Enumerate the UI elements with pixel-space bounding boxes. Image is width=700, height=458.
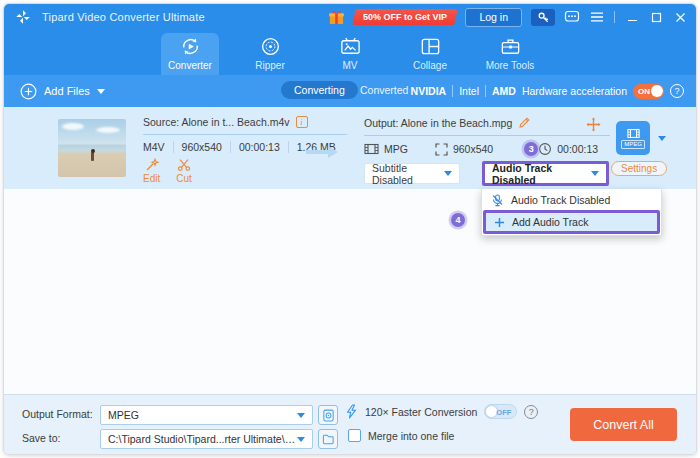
output-format-select[interactable]: MPEG xyxy=(100,405,313,425)
subtitle-dropdown-value: Subtitle Disabled xyxy=(372,162,444,186)
tab-ripper-label: Ripper xyxy=(255,60,284,71)
tab-more-tools-label: More Tools xyxy=(486,60,535,71)
intel-label: Intel xyxy=(459,85,479,97)
subtitle-dropdown[interactable]: Subtitle Disabled xyxy=(364,163,460,184)
source-resolution: 960x540 xyxy=(182,141,231,153)
converting-tab[interactable]: Converting xyxy=(281,81,358,99)
mic-muted-icon xyxy=(491,194,504,207)
register-key-button[interactable] xyxy=(531,9,555,26)
help-icon[interactable]: ? xyxy=(670,84,684,98)
output-title: Output: Alone in the Beach.mpg xyxy=(364,117,512,129)
tab-collage-label: Collage xyxy=(413,60,447,71)
arrow-right-icon xyxy=(304,145,340,159)
maximize-icon[interactable] xyxy=(651,12,662,23)
chevron-down-icon xyxy=(97,89,105,94)
output-format-label: Output Format: xyxy=(22,408,93,420)
convert-all-button[interactable]: Convert All xyxy=(570,408,677,441)
login-button[interactable]: Log in xyxy=(465,8,522,27)
source-title: Source: Alone in t... Beach.m4v xyxy=(143,116,290,128)
chevron-down-icon xyxy=(297,413,305,418)
info-icon[interactable]: i xyxy=(296,116,308,128)
media-file-row[interactable]: Source: Alone in t... Beach.m4v i M4V 96… xyxy=(4,107,696,189)
faster-conversion-label: 120× Faster Conversion xyxy=(365,406,477,418)
plus-icon xyxy=(494,217,505,228)
chevron-down-icon xyxy=(444,171,452,176)
source-duration: 00:00:13 xyxy=(239,141,289,153)
faster-conversion-toggle[interactable]: OFF xyxy=(484,404,517,419)
rename-pencil-icon[interactable] xyxy=(518,116,531,129)
more-tools-icon xyxy=(499,35,522,58)
output-meta: MPG 960x540 3 00:00:13 xyxy=(364,142,614,156)
plus-circle-icon xyxy=(20,83,37,100)
video-thumbnail xyxy=(58,119,126,177)
chevron-down-icon xyxy=(297,437,305,442)
profile-format-label: MPEG xyxy=(621,140,645,149)
bottom-bar: Output Format: MPEG 120× Faster Conversi… xyxy=(4,394,696,454)
output-profile-button[interactable]: MPEG xyxy=(616,121,650,155)
magic-wand-icon xyxy=(145,158,159,172)
collage-icon xyxy=(419,35,442,58)
help-icon[interactable]: ? xyxy=(524,405,538,419)
settings-button[interactable]: Settings xyxy=(611,161,667,176)
cut-button[interactable]: Cut xyxy=(176,158,192,184)
source-format: M4V xyxy=(143,141,174,153)
chevron-down-icon[interactable] xyxy=(658,136,666,141)
output-selects: Subtitle Disabled Audio Track Disabled xyxy=(364,163,614,189)
hardware-acceleration-label: Hardware acceleration xyxy=(522,85,627,97)
close-icon[interactable] xyxy=(675,12,686,23)
tab-converter-label: Converter xyxy=(168,60,212,71)
converter-icon xyxy=(179,35,202,58)
add-files-label: Add Files xyxy=(44,85,90,97)
output-format: MPG xyxy=(384,143,408,155)
file-gear-icon xyxy=(322,409,335,422)
output-duration[interactable]: 00:00:13 xyxy=(557,143,598,155)
tab-mv[interactable]: MV xyxy=(321,33,379,75)
audio-track-dropdown[interactable]: Audio Track Disabled xyxy=(482,161,609,186)
menu-item-label: Audio Track Disabled xyxy=(511,194,610,206)
window-controls xyxy=(627,12,686,23)
add-files-button[interactable]: Add Files xyxy=(20,75,105,107)
film-strip-icon xyxy=(627,128,640,139)
tab-more-tools[interactable]: More Tools xyxy=(481,33,539,75)
merge-label: Merge into one file xyxy=(368,430,454,442)
open-folder-button[interactable] xyxy=(318,429,338,449)
toggle-on-label: ON xyxy=(638,87,650,96)
audio-track-dropdown-value: Audio Track Disabled xyxy=(492,162,591,186)
app-window: Tipard Video Converter Ultimate 50% OFF … xyxy=(3,3,697,455)
output-resolution: 960x540 xyxy=(453,143,493,155)
move-arrows-icon[interactable] xyxy=(586,117,601,132)
minimize-icon[interactable] xyxy=(627,12,638,23)
hw-divider xyxy=(452,85,453,97)
tab-ripper[interactable]: Ripper xyxy=(241,33,299,75)
feedback-icon[interactable] xyxy=(564,9,580,25)
expand-corners-icon xyxy=(435,143,448,156)
divider xyxy=(364,135,610,136)
converted-tab[interactable]: Converted xyxy=(360,84,408,96)
titlebar-divider xyxy=(614,11,615,23)
thumbnail-person xyxy=(91,152,94,161)
gift-icon[interactable] xyxy=(328,9,345,26)
hardware-acceleration-toggle[interactable]: ON xyxy=(633,84,664,99)
toggle-off-label: OFF xyxy=(496,408,511,417)
amd-label: AMD xyxy=(492,85,516,97)
menu-item-add-audio-track[interactable]: Add Audio Track xyxy=(483,210,660,234)
app-title: Tipard Video Converter Ultimate xyxy=(42,11,205,23)
scissors-icon xyxy=(177,158,191,172)
profile-settings-button[interactable] xyxy=(318,405,338,425)
tab-collage[interactable]: Collage xyxy=(401,33,459,75)
save-to-select[interactable]: C:\Tipard Studio\Tipard...rter Ultimate\… xyxy=(100,429,313,449)
faster-conversion-group: 120× Faster Conversion OFF ? xyxy=(345,404,538,419)
titlebar-actions: 50% OFF to Get VIP Log in xyxy=(328,8,688,27)
merge-checkbox[interactable] xyxy=(348,429,361,442)
hardware-acceleration-group: NVIDIA Intel AMD Hardware acceleration O… xyxy=(411,75,684,107)
hw-divider xyxy=(485,85,486,97)
vip-offer-badge[interactable]: 50% OFF to Get VIP xyxy=(353,9,458,25)
menu-item-audio-disabled[interactable]: Audio Track Disabled xyxy=(483,190,660,210)
output-info: Output: Alone in the Beach.mpg MPG xyxy=(364,116,614,189)
edit-button[interactable]: Edit xyxy=(143,158,160,184)
tab-converter[interactable]: Converter xyxy=(161,33,219,75)
chevron-down-icon xyxy=(591,171,599,176)
nvidia-label: NVIDIA xyxy=(411,85,447,97)
list-toolbar: Add Files Converting Converted NVIDIA In… xyxy=(4,75,696,107)
menu-icon[interactable] xyxy=(589,9,605,25)
